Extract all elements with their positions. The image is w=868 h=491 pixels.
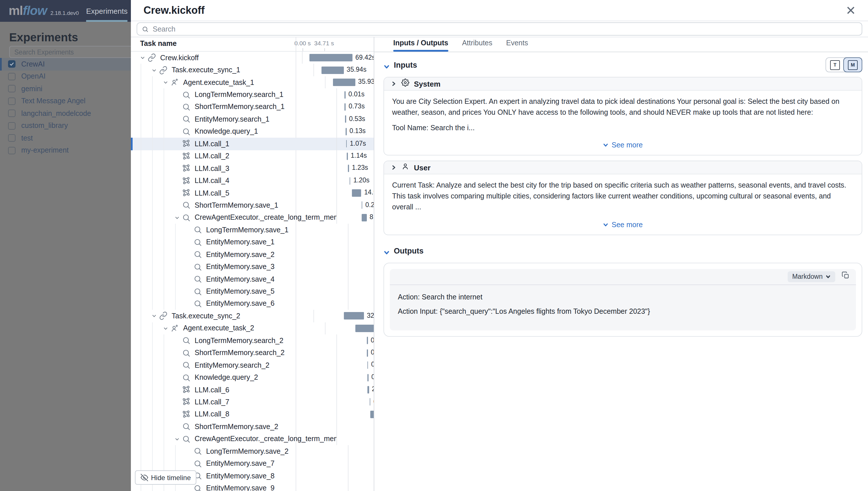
experiment-checkbox[interactable] [8,60,16,68]
format-select[interactable]: Markdown [788,271,835,282]
span-name-cell[interactable]: Agent.execute_task_1 [131,76,325,89]
span-timeline-cell[interactable]: 35.93s [325,76,374,89]
sidebar-item-OpenAI[interactable]: OpenAI [0,70,143,83]
span-search-input[interactable]: Search [137,22,862,35]
span-timeline-cell[interactable]: 0.29s [336,199,374,212]
tree-row-LongTermMemory.search_1[interactable]: LongTermMemory.search_10.01s [131,89,374,101]
span-name-cell[interactable]: EntityMemory.search_2 [131,359,336,371]
span-name-cell[interactable]: LLM.call_7 [131,396,336,408]
experiment-checkbox[interactable] [8,97,16,105]
tree-row-Agent.execute_task_1[interactable]: Agent.execute_task_135.93s [131,76,374,89]
chevron-down-icon[interactable] [172,212,182,223]
span-timeline-cell[interactable]: 0.16s [336,371,374,384]
tree-row-EntityMemory.save_2[interactable]: EntityMemory.save_20.64s [131,249,374,261]
span-timeline-cell[interactable]: 35.94s [314,64,374,76]
tree-row-EntityMemory.save_5[interactable]: EntityMemory.save_50.28s [131,285,374,298]
tree-row-Knowledge.query_1[interactable]: Knowledge.query_10.13s [131,125,374,138]
span-timeline-cell[interactable]: 0.91s [336,396,374,408]
span-name-cell[interactable]: LLM.call_6 [131,384,336,396]
span-name-cell[interactable]: LLM.call_8 [131,408,336,421]
close-icon[interactable] [846,6,856,15]
span-timeline-cell[interactable]: 32.50s [314,310,374,322]
tree-row-Agent.execute_task_2[interactable]: Agent.execute_task_232.49s [131,322,374,335]
span-timeline-cell[interactable]: 0.54s [348,236,374,249]
experiment-checkbox[interactable] [8,85,16,93]
sidebar-item-custom_library[interactable]: custom_library [0,120,143,132]
span-timeline-cell[interactable]: 0.50s [348,482,374,491]
span-name-cell[interactable]: Crew.kickoff [131,52,302,64]
span-timeline-cell[interactable]: 0.01s [348,224,374,236]
span-timeline-cell[interactable]: 1.20s [336,175,374,187]
span-name-cell[interactable]: LLM.call_5 [131,187,336,199]
span-name-cell[interactable]: ShortTermMemory.save_2 [131,421,336,433]
tree-row-EntityMemory.save_6[interactable]: EntityMemory.save_60.53s [131,298,374,310]
span-timeline-cell[interactable]: 0.01s [336,89,374,101]
tab-attributes[interactable]: Attributes [462,37,493,52]
span-timeline-cell[interactable]: 0.44s [348,273,374,285]
span-timeline-cell[interactable]: 0.28s [336,421,374,433]
tree-row-LLM.call_4[interactable]: LLM.call_41.20s [131,175,374,187]
span-name-cell[interactable]: LongTermMemory.search_1 [131,89,336,101]
text-view-button[interactable]: T [826,58,844,72]
experiment-checkbox[interactable] [8,147,16,154]
tree-row-LongTermMemory.search_2[interactable]: LongTermMemory.search_20.01s [131,335,374,347]
span-timeline-cell[interactable]: 0.01s [348,445,374,457]
span-name-cell[interactable]: LLM.call_3 [131,162,336,175]
hide-timeline-button[interactable]: Hide timeline [135,470,197,485]
sidebar-item-langchain_modelcode[interactable]: langchain_modelcode [0,107,143,120]
chevron-down-icon[interactable] [383,62,390,68]
span-timeline-cell[interactable]: 0.01s [336,335,374,347]
experiment-checkbox[interactable] [8,135,16,142]
tree-row-EntityMemory.search_1[interactable]: EntityMemory.search_10.53s [131,113,374,125]
system-message-header[interactable]: System [384,78,862,91]
tree-row-EntityMemory.save_1[interactable]: EntityMemory.save_10.54s [131,236,374,249]
span-name-cell[interactable]: LLM.call_4 [131,175,336,187]
span-timeline-cell[interactable]: 1.14s [336,150,374,162]
tree-row-LongTermMemory.save_2[interactable]: LongTermMemory.save_20.01s [131,445,374,457]
tab-events[interactable]: Events [506,37,528,52]
chevron-down-icon[interactable] [149,311,159,321]
span-name-cell[interactable]: ShortTermMemory.save_1 [131,199,336,212]
tree-row-Task.execute_sync_1[interactable]: Task.execute_sync_135.94s [131,64,374,76]
span-timeline-cell[interactable]: 0.35s [348,470,374,482]
chevron-down-icon[interactable] [149,65,159,75]
tree-row-LLM.call_8[interactable]: LLM.call_819.12s [131,408,374,421]
tree-row-CrewAgentExecutor._create_long_term_memory[interactable]: CrewAgentExecutor._create_long_term_memo… [131,211,374,224]
system-see-more-link[interactable]: See more [392,141,853,149]
tree-row-LongTermMemory.save_1[interactable]: LongTermMemory.save_10.01s [131,224,374,236]
span-timeline-cell[interactable]: 0.78s [348,457,374,470]
span-timeline-cell[interactable]: 6.78s [336,433,374,445]
sidebar-item-test[interactable]: test [0,132,143,144]
nav-tab-experiments[interactable]: Experiments [86,0,128,22]
span-name-cell[interactable]: CrewAgentExecutor._create_long_term_memo… [131,211,336,224]
span-timeline-cell[interactable]: 32.49s [325,322,374,335]
chevron-down-icon[interactable] [160,77,170,87]
tree-row-LLM.call_3[interactable]: LLM.call_31.23s [131,162,374,175]
chevron-down-icon[interactable] [137,53,147,63]
span-name-cell[interactable]: LLM.call_2 [131,150,336,162]
span-name-cell[interactable]: Knowledge.query_1 [131,125,336,138]
chevron-down-icon[interactable] [160,323,170,334]
span-name-cell[interactable]: LongTermMemory.search_2 [131,335,336,347]
span-name-cell[interactable]: ShortTermMemory.search_1 [131,101,336,113]
tree-row-ShortTermMemory.search_2[interactable]: ShortTermMemory.search_20.49s [131,347,374,359]
span-timeline-cell[interactable]: 1.23s [336,162,374,175]
tree-row-LLM.call_6[interactable]: LLM.call_62.28s [131,384,374,396]
tree-row-EntityMemory.search_2[interactable]: EntityMemory.search_20.26s [131,359,374,371]
span-timeline-cell[interactable]: 0.73s [336,101,374,113]
span-name-cell[interactable]: Task.execute_sync_1 [131,64,314,76]
tree-row-LLM.call_1[interactable]: LLM.call_11.07s [131,138,374,150]
span-name-cell[interactable]: LLM.call_1 [131,138,336,150]
experiment-checkbox[interactable] [8,122,16,129]
tree-row-LLM.call_5[interactable]: LLM.call_514.96s [131,187,374,199]
span-timeline-cell[interactable]: 0.22s [348,261,374,273]
tab-inputs-outputs[interactable]: Inputs / Outputs [393,37,449,52]
copy-icon[interactable] [842,271,850,282]
tree-row-ShortTermMemory.save_2[interactable]: ShortTermMemory.save_20.28s [131,421,374,433]
markdown-view-button[interactable]: M [843,57,862,72]
chevron-down-icon[interactable] [383,248,390,254]
span-timeline-cell[interactable]: 0.49s [336,347,374,359]
sidebar-item-gemini[interactable]: gemini [0,83,143,95]
tree-row-LLM.call_2[interactable]: LLM.call_21.14s [131,150,374,162]
span-name-cell[interactable]: Knowledge.query_2 [131,371,336,384]
